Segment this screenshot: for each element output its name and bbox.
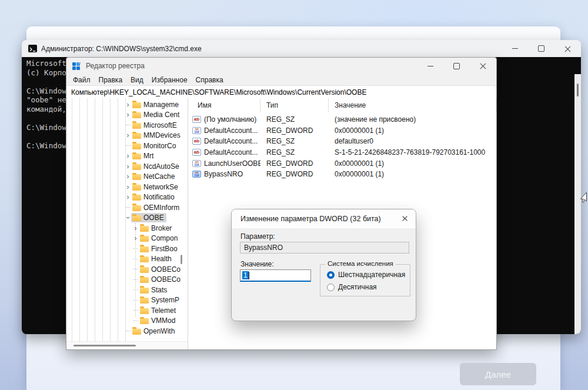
menu-view[interactable]: Вид [126,76,148,84]
tree-item[interactable]: Health [66,254,183,265]
tree-item[interactable]: Mrt [66,151,183,162]
dialog-body: Параметр: BypassNRO Значение: 1 Система … [232,228,416,321]
tree-item[interactable]: Broker [66,223,183,234]
chevron-down-icon[interactable] [125,213,131,223]
column-header-type[interactable]: Тип [260,98,329,112]
folder-icon [140,246,149,252]
tree-stub [132,275,139,285]
menu-favorites[interactable]: Избранное [148,76,192,84]
tree-item[interactable]: FirstBoo [66,244,183,254]
tree-item[interactable]: NetworkSe [66,182,183,192]
value-row[interactable]: abDefaultAccount... REG_SZ S-1-5-21-2426… [188,147,496,158]
value-row[interactable]: abDefaultAccount... REG_SZ defaultuser0 [188,136,496,147]
regedit-addressbar[interactable]: Компьютер\HKEY_LOCAL_MACHINE\SOFTWARE\Mi… [66,85,496,99]
folder-icon [132,195,141,201]
tree-item-oobe-selected[interactable]: OOBE [66,213,183,224]
close-icon[interactable] [470,58,496,74]
dialog-title: Изменение параметра DWORD (32 бита) [240,215,381,223]
column-header-value[interactable]: Значение [329,98,496,112]
radix-group-label: Система исчисления [325,260,396,267]
menu-file[interactable]: Файл [69,76,95,84]
reg-sz-icon: ab [192,116,201,123]
chevron-right-icon[interactable] [125,151,131,161]
radix-groupbox: Система исчисления Шестнадцатеричная Дес… [320,264,410,296]
tree-item[interactable]: NetCache [66,172,183,182]
folder-icon [132,112,141,118]
tree-item[interactable]: OOBECo [66,264,183,275]
minimize-icon[interactable] [417,58,443,74]
chevron-right-icon[interactable] [132,223,139,233]
tree-item[interactable]: Notificatio [66,192,183,203]
radio-unselected-icon[interactable] [327,284,335,291]
chevron-right-icon[interactable] [125,131,131,141]
chevron-right-icon[interactable] [125,161,131,171]
tree-item[interactable]: Stats [66,285,183,295]
folder-icon [132,329,141,335]
next-button[interactable]: Далее [460,363,536,385]
folder-icon [140,236,149,242]
reg-dword-icon: on110 [192,127,201,134]
tree-horizontal-scrollbar[interactable] [66,341,188,349]
regedit-titlebar[interactable]: Редактор реестра [66,58,496,74]
tree-item[interactable]: Telemet [66,305,183,316]
minimize-icon[interactable] [502,40,528,57]
tree-item[interactable]: MMDevices [66,131,183,141]
tree-item[interactable]: NcdAutoSe [66,161,183,172]
value-row[interactable]: on110LaunchUserOOBE REG_DWORD 0x00000001… [188,158,496,169]
close-icon[interactable] [554,40,581,57]
tree-item[interactable]: Media Cent [66,110,183,121]
console-scrollbar[interactable] [574,74,581,334]
dialog-titlebar[interactable]: Изменение параметра DWORD (32 бита) [232,209,416,228]
tree-stub [132,285,139,295]
chevron-right-icon[interactable] [132,234,139,244]
tree-item[interactable]: MonitorCo [66,141,183,151]
tree-item[interactable]: OpenWith [66,326,183,336]
value-row[interactable]: ab(По умолчанию) REG_SZ (значение не при… [188,114,496,125]
column-header-name[interactable]: Имя [188,98,260,112]
radio-decimal[interactable]: Десятичная [327,282,377,292]
cmd-prompt-icon [28,45,37,52]
folder-icon [132,205,141,211]
tree-item[interactable]: VMMod [66,316,183,326]
registry-tree-panel[interactable]: Manageme Media Cent MicrosoftE MMDevices… [66,98,188,349]
cmd-titlebar[interactable]: Администратор: C:\WINDOWS\system32\cmd.e… [22,40,581,57]
tree-stub [132,305,139,315]
tree-stub [132,244,139,254]
cmd-window-controls [502,40,581,57]
values-header: Имя Тип Значение [188,98,496,112]
chevron-right-icon[interactable] [125,99,131,109]
tree-item[interactable]: Compon [66,234,183,244]
reg-dword-icon-selected: on110 [192,171,201,178]
tree-item[interactable]: OEMInform [66,202,183,213]
tree-item[interactable]: Manageme [66,99,183,110]
chevron-right-icon[interactable] [125,110,131,120]
menu-help[interactable]: Справка [192,76,228,84]
folder-icon [140,308,149,314]
oobe-background: Администратор: C:\WINDOWS\system32\cmd.e… [0,0,588,390]
close-icon[interactable] [400,214,410,224]
chevron-right-icon[interactable] [125,172,131,182]
value-row-bypassnro[interactable]: on110BypassNRO REG_DWORD 0x00000001 (1) [188,169,496,180]
value-input[interactable]: 1 [240,269,311,282]
maximize-icon[interactable] [528,40,554,57]
tree-item[interactable]: SystemP [66,295,183,306]
tree-item[interactable]: OOBECo [66,275,183,285]
folder-icon [132,185,141,191]
reg-dword-icon: on110 [192,160,201,167]
tree-stub [125,120,131,130]
chevron-right-icon[interactable] [125,192,131,202]
tree-stub [132,316,139,326]
folder-icon [132,215,141,221]
tree-vertical-scrollbar[interactable] [181,255,182,264]
menu-edit[interactable]: Правка [95,76,127,84]
chevron-right-icon[interactable] [125,182,131,192]
tree-stub [132,254,139,264]
value-row[interactable]: on110DefaultAccount... REG_DWORD 0x00000… [188,125,496,136]
tree-item[interactable]: MicrosoftE [66,120,183,131]
tree-stub [132,264,139,274]
maximize-icon[interactable] [443,58,470,74]
tree-stub [125,326,131,336]
radio-selected-icon[interactable] [327,271,335,279]
radio-hexadecimal[interactable]: Шестнадцатеричная [327,270,405,279]
registry-path: Компьютер\HKEY_LOCAL_MACHINE\SOFTWARE\Mi… [66,88,366,96]
